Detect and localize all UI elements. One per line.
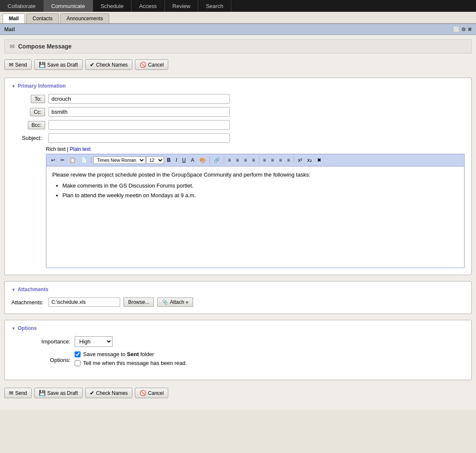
check-names-button-bottom[interactable]: ✔ Check Names [85, 388, 132, 398]
check-names-label-bottom: Check Names [96, 390, 128, 396]
to-button[interactable]: To: [31, 95, 45, 103]
bcc-label-container: Bcc: [11, 121, 45, 129]
cc-label-container: Cc: [11, 108, 45, 116]
check-icon-bottom: ✔ [90, 390, 94, 396]
save-draft-label: Save as Draft [47, 62, 78, 68]
cc-button[interactable]: Cc: [30, 108, 45, 116]
toolbar-sep-3 [224, 157, 224, 164]
nav-tab-access[interactable]: Access [132, 0, 165, 12]
check-names-label: Check Names [96, 62, 128, 68]
email-bullet-2: Plan to attend the weekly meetin on Mond… [62, 191, 458, 200]
bcc-button[interactable]: Bcc: [28, 121, 45, 129]
font-size-select[interactable]: 12 8 10 14 16 [146, 156, 164, 164]
attachments-title: Attachments [11, 287, 465, 292]
subject-input[interactable] [48, 133, 230, 143]
cancel-label-bottom: Cancel [148, 390, 164, 396]
toolbar-sep-4 [259, 157, 259, 164]
sent-label-prefix: Save message to [83, 351, 125, 357]
unordered-list-button[interactable]: ≡ [269, 156, 276, 164]
options-section: Options Importance: Low Normal High Opti… [4, 320, 472, 380]
close-icon[interactable]: ✖ [468, 27, 472, 32]
save-draft-button[interactable]: 💾 Save as Draft [34, 59, 83, 70]
cancel-button-bottom[interactable]: 🚫 Cancel [135, 388, 168, 398]
attach-button[interactable]: 📎 Attach » [157, 298, 193, 307]
paste-icon[interactable]: 📄 [79, 156, 89, 164]
attach-row: Attachments: Browse... 📎 Attach » [11, 298, 465, 307]
indent-button[interactable]: ≡ [277, 156, 284, 164]
cancel-button[interactable]: 🚫 Cancel [135, 59, 168, 70]
sent-label-suffix: folder [140, 351, 154, 357]
italic-button[interactable]: I [174, 156, 179, 164]
save-draft-label-bottom: Save as Draft [47, 390, 78, 396]
bold-button[interactable]: B [165, 156, 173, 164]
align-right-button[interactable]: ≡ [242, 156, 249, 164]
maximize-icon[interactable]: ⬜ [453, 27, 460, 32]
rich-text-label: Rich text [46, 146, 66, 152]
align-left-button[interactable]: ≡ [226, 156, 233, 164]
importance-select[interactable]: Low Normal High [75, 336, 113, 347]
options-label: Options: [11, 357, 70, 363]
save-icon-bottom: 💾 [39, 390, 46, 396]
highlight-button[interactable]: 🎨 [197, 156, 208, 164]
ordered-list-button[interactable]: ≡ [261, 156, 268, 164]
read-receipt-checkbox[interactable] [75, 360, 81, 366]
nav-tab-review[interactable]: Review [165, 0, 199, 12]
options-row: Options: Save message to Sent folder Tel… [11, 351, 465, 369]
font-color-button[interactable]: A [189, 156, 196, 164]
toolbar-sep-2 [210, 157, 210, 164]
browse-button[interactable]: Browse... [124, 298, 154, 307]
to-input[interactable] [48, 94, 230, 104]
compose-title: Compose Message [18, 43, 72, 50]
sent-folder-row: Save message to Sent folder [75, 351, 187, 357]
options-title: Options [11, 325, 465, 331]
email-body-line1: Please review the project schedule poste… [52, 171, 458, 179]
plain-text-link[interactable]: Plain text [70, 146, 90, 152]
cancel-label: Cancel [148, 62, 164, 68]
tab-contacts[interactable]: Contacts [26, 13, 59, 23]
undo-icon[interactable]: ↩ [49, 156, 57, 164]
tab-mail[interactable]: Mail [3, 13, 25, 23]
attachments-label: Attachments: [11, 299, 43, 306]
cc-input[interactable] [48, 107, 230, 117]
settings-icon[interactable]: ⚙ [461, 27, 466, 32]
nav-tab-search[interactable]: Search [198, 0, 231, 12]
align-justify-button[interactable]: ≡ [250, 156, 257, 164]
link-button[interactable]: 🔗 [212, 156, 222, 164]
send-label: Send [15, 62, 27, 68]
top-navigation: Collaborate Communicate Schedule Access … [0, 0, 476, 12]
cc-row: Cc: [11, 107, 465, 117]
check-names-button[interactable]: ✔ Check Names [85, 59, 132, 70]
superscript-button[interactable]: x² [296, 156, 304, 164]
toolbar-sep-1 [91, 157, 91, 164]
sent-folder-label: Save message to Sent folder [83, 351, 154, 357]
to-label-container: To: [11, 95, 45, 103]
outdent-button[interactable]: ≡ [285, 156, 292, 164]
read-receipt-label: Tell me when this message has been read. [83, 360, 187, 366]
save-icon: 💾 [39, 62, 46, 68]
bcc-row: Bcc: [11, 120, 465, 130]
remove-format-button[interactable]: ✖ [315, 156, 323, 164]
subscript-button[interactable]: x₂ [305, 156, 314, 164]
save-draft-button-bottom[interactable]: 💾 Save as Draft [34, 388, 83, 398]
sub-tab-bar: Mail Contacts Announcements [0, 12, 476, 24]
send-button-bottom[interactable]: ✉ Send [4, 388, 32, 398]
send-button[interactable]: ✉ Send [4, 59, 32, 70]
nav-tab-communicate[interactable]: Communicate [44, 0, 93, 12]
underline-button[interactable]: U [180, 156, 188, 164]
send-label-bottom: Send [15, 390, 27, 396]
copy-icon[interactable]: 📋 [67, 156, 78, 164]
send-icon-bottom: ✉ [9, 390, 13, 396]
bcc-input[interactable] [48, 120, 230, 130]
align-center-button[interactable]: ≡ [234, 156, 241, 164]
cut-icon[interactable]: ✂ [58, 156, 67, 164]
nav-tab-schedule[interactable]: Schedule [93, 0, 132, 12]
sent-folder-checkbox[interactable] [75, 351, 81, 357]
tab-announcements[interactable]: Announcements [60, 13, 110, 23]
email-body[interactable]: Please review the project schedule poste… [46, 166, 464, 268]
attachment-input[interactable] [48, 298, 120, 307]
font-family-select[interactable]: Times New Roman Arial Courier New [93, 156, 145, 164]
subject-row: Subject: [11, 133, 465, 143]
nav-tab-collaborate[interactable]: Collaborate [0, 0, 44, 12]
primary-info-section: Primary Information To: Cc: Bcc: [4, 78, 472, 275]
sent-label-bold: Sent [127, 351, 139, 357]
